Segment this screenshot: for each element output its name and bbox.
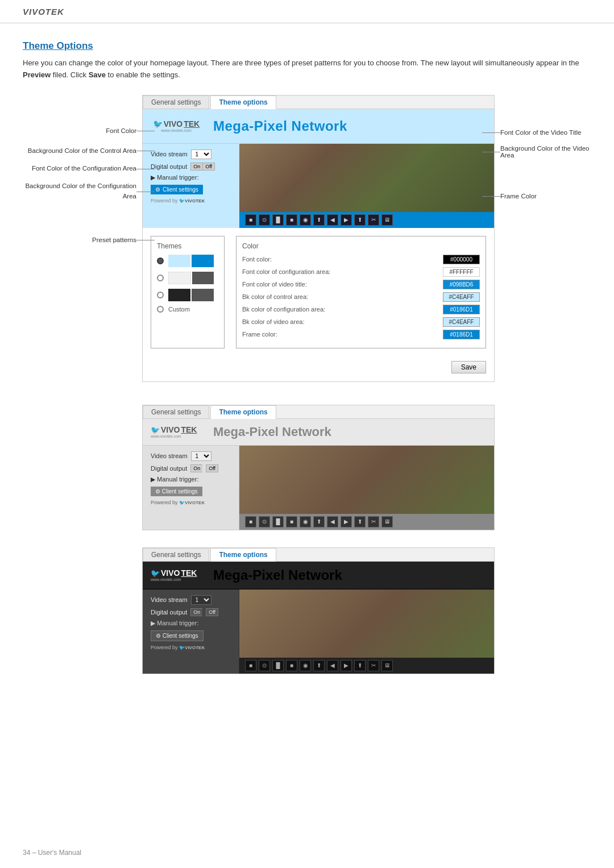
tek-2: TEK — [181, 425, 197, 434]
toolbar-btn-1[interactable]: ■ — [245, 214, 256, 226]
tb2-11[interactable]: 🖥 — [381, 516, 393, 528]
mega-pixel-title-2: Mega-Pixel Network — [213, 425, 331, 439]
tb2-4[interactable]: ■ — [286, 516, 297, 528]
vs-select-3[interactable]: 1 — [191, 595, 211, 605]
toolbar-btn-5[interactable]: ◉ — [300, 214, 311, 226]
tb2-5[interactable]: ◉ — [300, 516, 311, 528]
on-btn-2[interactable]: On — [190, 464, 202, 472]
tb2-10[interactable]: ✂ — [368, 516, 379, 528]
off-btn-3[interactable]: Off — [206, 608, 218, 616]
color-row-6: Frame color: #0186D1 — [242, 330, 480, 339]
radio-2[interactable] — [157, 275, 164, 281]
color-box: Color Font color: #000000 Font color of … — [236, 236, 486, 348]
on-button[interactable]: On — [190, 163, 202, 171]
toolbar-btn-10[interactable]: ✂ — [368, 214, 379, 226]
color-swatch-0[interactable]: #000000 — [443, 255, 480, 264]
mega-pixel-title-3: Mega-Pixel Network — [213, 567, 342, 583]
footer-text: 34 – User's Manual — [23, 849, 81, 857]
vs-select-2[interactable]: 1 — [191, 451, 211, 461]
toolbar-btn-8[interactable]: ▶ — [341, 214, 352, 226]
color-swatch-1[interactable]: #FFFFFF — [443, 267, 480, 277]
tb2-1[interactable]: ■ — [245, 516, 256, 528]
tab-theme-2[interactable]: Theme options — [210, 405, 276, 419]
theme-strip-3 — [168, 289, 214, 301]
preview-header-2: 🐦 VIVOTEK www.vivotek.com Mega-Pixel Net… — [143, 419, 494, 446]
color-row-4: Bk color of configuration area: #0186D1 — [242, 305, 480, 314]
left-controls-3: Video stream 1 Digital output On Off ▶ M… — [143, 589, 239, 674]
tb2-3[interactable]: ▐▌ — [272, 516, 284, 528]
video-column: ■ ⊙ ▐▌ ■ ◉ ⬆ ◀ ▶ ⬆ ✂ 🖥 — [239, 144, 494, 228]
tab-general-3[interactable]: General settings — [143, 548, 209, 561]
tb2-8[interactable]: ▶ — [341, 516, 352, 528]
custom-label: Custom — [168, 306, 190, 313]
tb2-9[interactable]: ⬆ — [354, 516, 366, 528]
video-col-3: ■ ⊙ ▐▌ ■ ◉ ⬆ ◀ ▶ ⬆ ✂ 🖥 — [239, 589, 494, 674]
label-bg-config: Background Color of the Configuration Ar… — [25, 182, 136, 199]
color-label-5: Bk color of video area: — [242, 318, 304, 325]
control-area-1: Video stream 1 Digital output On Off ▶ — [143, 144, 494, 228]
tb3-5[interactable]: ◉ — [300, 660, 311, 671]
toolbar-btn-7[interactable]: ◀ — [327, 214, 338, 226]
mega-pixel-title-1: Mega-Pixel Network — [213, 118, 347, 134]
toolbar-btn-6[interactable]: ⬆ — [313, 214, 325, 226]
cs-btn-2[interactable]: ⚙ Client settings — [151, 487, 202, 496]
label-font-color: Font Color — [106, 127, 136, 134]
radio-custom[interactable] — [157, 306, 164, 313]
toolbar-btn-4[interactable]: ■ — [286, 214, 297, 226]
tb2-2[interactable]: ⊙ — [259, 516, 270, 528]
radio-3[interactable] — [157, 292, 164, 298]
tb3-1[interactable]: ■ — [245, 660, 256, 671]
toolbar-btn-3[interactable]: ▐▌ — [272, 214, 284, 226]
tab-theme-1[interactable]: Theme options — [210, 95, 276, 109]
tb3-10[interactable]: ✂ — [368, 660, 379, 671]
tb3-6[interactable]: ⬆ — [313, 660, 325, 671]
radio-1[interactable] — [157, 258, 164, 264]
color-swatch-2[interactable]: #098BD6 — [443, 280, 480, 289]
tb3-7[interactable]: ◀ — [327, 660, 338, 671]
tb3-9[interactable]: ⬆ — [354, 660, 366, 671]
color-label-3: Bk color of control area: — [242, 293, 308, 300]
strip-white-2 — [168, 272, 191, 284]
tb3-4[interactable]: ■ — [286, 660, 297, 671]
logo-text-group: 🐦 VIVOTEK — [153, 119, 200, 128]
toolbar-btn-2[interactable]: ⊙ — [259, 214, 270, 226]
vivo-text: VIVO — [164, 119, 182, 128]
theme-option-2 — [157, 272, 218, 284]
toolbar-btn-11[interactable]: 🖥 — [381, 214, 393, 226]
tab-theme-3[interactable]: Theme options — [210, 548, 276, 562]
tb3-8[interactable]: ▶ — [341, 660, 352, 671]
strip-dark4 — [192, 289, 214, 301]
tb3-3[interactable]: ▐▌ — [272, 660, 284, 671]
page-title: Theme Options — [23, 40, 591, 52]
client-settings-btn-1[interactable]: ⚙ Client settings — [151, 185, 203, 194]
tab-general-2[interactable]: General settings — [143, 405, 209, 418]
color-row-0: Font color: #000000 — [242, 255, 480, 264]
video-stream-row: Video stream 1 — [151, 149, 231, 159]
tb3-11[interactable]: 🖥 — [381, 660, 393, 671]
toolbar-2: ■ ⊙ ▐▌ ■ ◉ ⬆ ◀ ▶ ⬆ ✂ 🖥 — [239, 514, 494, 530]
tb3-2[interactable]: ⊙ — [259, 660, 270, 671]
color-swatch-4[interactable]: #0186D1 — [443, 305, 480, 314]
theme-option-3 — [157, 289, 218, 301]
do-row-3: Digital output On Off — [151, 608, 231, 616]
label-bg-control: Background Color of the Control Area — [28, 147, 136, 154]
cs-btn-3[interactable]: ⚙ Client settings — [151, 630, 204, 641]
off-btn-2[interactable]: Off — [206, 464, 218, 472]
on-btn-3[interactable]: On — [190, 608, 202, 616]
color-swatch-6[interactable]: #0186D1 — [443, 330, 480, 339]
color-swatch-3[interactable]: #C4EAFF — [443, 292, 480, 302]
toolbar-btn-9[interactable]: ⬆ — [354, 214, 366, 226]
left-labels: Font Color Background Color of the Contr… — [23, 126, 136, 246]
tb2-6[interactable]: ⬆ — [313, 516, 325, 528]
tab-general-1[interactable]: General settings — [143, 95, 209, 109]
vs-row-3: Video stream 1 — [151, 595, 231, 605]
label-frame-color: Frame Color — [500, 193, 537, 200]
tb2-7[interactable]: ◀ — [327, 516, 338, 528]
save-button[interactable]: Save — [451, 361, 486, 373]
color-swatch-5[interactable]: #C4EAFF — [443, 317, 480, 327]
bird-icon-3: 🐦 — [151, 569, 160, 578]
right-labels: Font Color of the Video Title Background… — [500, 129, 591, 200]
off-button[interactable]: Off — [202, 163, 215, 171]
video-stream-select[interactable]: 1 — [191, 149, 211, 159]
mt-3: ▶ Manual trigger: — [151, 620, 231, 627]
